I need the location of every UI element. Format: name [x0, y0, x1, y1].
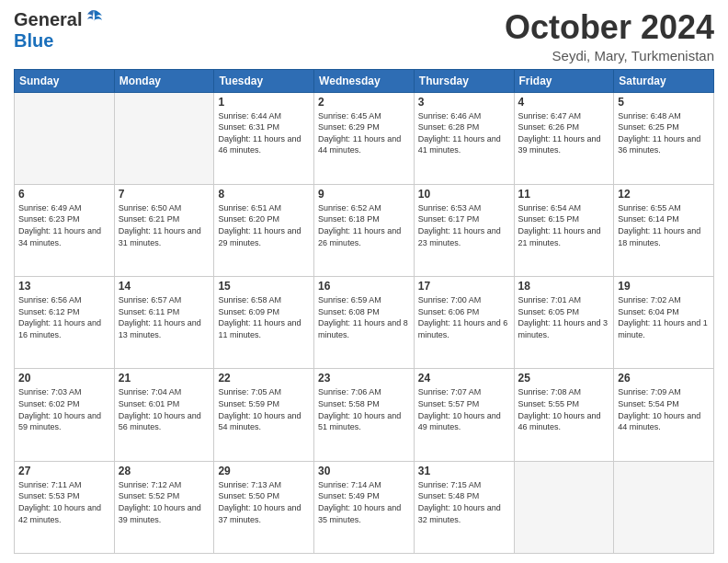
- day-info: Sunrise: 7:05 AM Sunset: 5:59 PM Dayligh…: [218, 386, 310, 432]
- table-row: 21Sunrise: 7:04 AM Sunset: 6:01 PM Dayli…: [114, 369, 214, 461]
- calendar-table: Sunday Monday Tuesday Wednesday Thursday…: [14, 69, 714, 554]
- day-number: 25: [518, 372, 610, 385]
- calendar-week-row: 20Sunrise: 7:03 AM Sunset: 6:02 PM Dayli…: [15, 369, 714, 461]
- day-number: 8: [218, 188, 310, 201]
- day-number: 16: [318, 280, 410, 293]
- day-info: Sunrise: 7:09 AM Sunset: 5:54 PM Dayligh…: [618, 386, 710, 432]
- calendar-week-row: 27Sunrise: 7:11 AM Sunset: 5:53 PM Dayli…: [15, 461, 714, 553]
- title-block: October 2024 Seydi, Mary, Turkmenistan: [505, 9, 714, 63]
- table-row: 22Sunrise: 7:05 AM Sunset: 5:59 PM Dayli…: [214, 369, 314, 461]
- logo-general-text: General: [14, 9, 82, 30]
- table-row: 31Sunrise: 7:15 AM Sunset: 5:48 PM Dayli…: [414, 461, 514, 553]
- day-number: 23: [318, 372, 410, 385]
- day-number: 9: [318, 188, 410, 201]
- day-info: Sunrise: 6:51 AM Sunset: 6:20 PM Dayligh…: [218, 202, 310, 248]
- table-row: 18Sunrise: 7:01 AM Sunset: 6:05 PM Dayli…: [514, 277, 614, 369]
- day-info: Sunrise: 6:56 AM Sunset: 6:12 PM Dayligh…: [18, 294, 110, 340]
- day-info: Sunrise: 7:15 AM Sunset: 5:48 PM Dayligh…: [418, 479, 510, 525]
- calendar-header-row: Sunday Monday Tuesday Wednesday Thursday…: [15, 69, 714, 92]
- col-thursday: Thursday: [414, 69, 514, 92]
- day-info: Sunrise: 6:55 AM Sunset: 6:14 PM Dayligh…: [618, 202, 710, 248]
- day-info: Sunrise: 7:06 AM Sunset: 5:58 PM Dayligh…: [318, 386, 410, 432]
- day-info: Sunrise: 7:04 AM Sunset: 6:01 PM Dayligh…: [119, 386, 210, 432]
- table-row: [514, 461, 614, 553]
- day-number: 27: [18, 465, 110, 477]
- day-number: 29: [218, 465, 310, 477]
- day-number: 7: [119, 188, 210, 201]
- day-info: Sunrise: 6:49 AM Sunset: 6:23 PM Dayligh…: [18, 202, 110, 248]
- table-row: 10Sunrise: 6:53 AM Sunset: 6:17 PM Dayli…: [414, 184, 514, 276]
- table-row: 29Sunrise: 7:13 AM Sunset: 5:50 PM Dayli…: [214, 461, 314, 553]
- day-number: 18: [518, 280, 610, 293]
- day-info: Sunrise: 6:54 AM Sunset: 6:15 PM Dayligh…: [518, 202, 610, 248]
- day-info: Sunrise: 6:45 AM Sunset: 6:29 PM Dayligh…: [318, 110, 410, 156]
- col-saturday: Saturday: [614, 69, 714, 92]
- table-row: 8Sunrise: 6:51 AM Sunset: 6:20 PM Daylig…: [214, 184, 314, 276]
- day-info: Sunrise: 6:48 AM Sunset: 6:25 PM Dayligh…: [618, 110, 710, 156]
- table-row: 11Sunrise: 6:54 AM Sunset: 6:15 PM Dayli…: [514, 184, 614, 276]
- day-number: 11: [518, 188, 610, 201]
- table-row: 5Sunrise: 6:48 AM Sunset: 6:25 PM Daylig…: [614, 92, 714, 184]
- day-number: 20: [18, 372, 110, 385]
- table-row: [114, 92, 214, 184]
- day-number: 12: [618, 188, 710, 201]
- day-number: 17: [418, 280, 510, 293]
- day-info: Sunrise: 7:13 AM Sunset: 5:50 PM Dayligh…: [218, 479, 310, 525]
- table-row: 20Sunrise: 7:03 AM Sunset: 6:02 PM Dayli…: [15, 369, 115, 461]
- day-number: 19: [618, 280, 710, 293]
- day-number: 1: [218, 96, 310, 109]
- table-row: [15, 92, 115, 184]
- month-title: October 2024: [505, 9, 714, 46]
- location: Seydi, Mary, Turkmenistan: [505, 48, 714, 63]
- day-number: 13: [18, 280, 110, 293]
- table-row: 17Sunrise: 7:00 AM Sunset: 6:06 PM Dayli…: [414, 277, 514, 369]
- table-row: 2Sunrise: 6:45 AM Sunset: 6:29 PM Daylig…: [314, 92, 415, 184]
- calendar-week-row: 6Sunrise: 6:49 AM Sunset: 6:23 PM Daylig…: [15, 184, 714, 276]
- logo-blue-text: Blue: [14, 30, 53, 52]
- table-row: 3Sunrise: 6:46 AM Sunset: 6:28 PM Daylig…: [414, 92, 514, 184]
- day-number: 15: [218, 280, 310, 293]
- table-row: 14Sunrise: 6:57 AM Sunset: 6:11 PM Dayli…: [114, 277, 214, 369]
- calendar-week-row: 1Sunrise: 6:44 AM Sunset: 6:31 PM Daylig…: [15, 92, 714, 184]
- logo-bird-icon: [84, 8, 104, 29]
- table-row: 19Sunrise: 7:02 AM Sunset: 6:04 PM Dayli…: [614, 277, 714, 369]
- day-info: Sunrise: 6:46 AM Sunset: 6:28 PM Dayligh…: [418, 110, 510, 156]
- table-row: 7Sunrise: 6:50 AM Sunset: 6:21 PM Daylig…: [114, 184, 214, 276]
- day-info: Sunrise: 6:57 AM Sunset: 6:11 PM Dayligh…: [119, 294, 210, 340]
- table-row: 9Sunrise: 6:52 AM Sunset: 6:18 PM Daylig…: [314, 184, 415, 276]
- table-row: 4Sunrise: 6:47 AM Sunset: 6:26 PM Daylig…: [514, 92, 614, 184]
- day-number: 21: [119, 372, 210, 385]
- col-wednesday: Wednesday: [314, 69, 415, 92]
- day-info: Sunrise: 6:52 AM Sunset: 6:18 PM Dayligh…: [318, 202, 410, 248]
- day-number: 24: [418, 372, 510, 385]
- day-number: 31: [418, 465, 510, 477]
- table-row: 27Sunrise: 7:11 AM Sunset: 5:53 PM Dayli…: [15, 461, 115, 553]
- day-number: 5: [618, 96, 710, 109]
- day-info: Sunrise: 7:14 AM Sunset: 5:49 PM Dayligh…: [318, 479, 410, 525]
- day-number: 22: [218, 372, 310, 385]
- day-info: Sunrise: 6:50 AM Sunset: 6:21 PM Dayligh…: [119, 202, 210, 248]
- day-number: 30: [318, 465, 410, 477]
- day-info: Sunrise: 7:03 AM Sunset: 6:02 PM Dayligh…: [18, 386, 110, 432]
- day-info: Sunrise: 7:00 AM Sunset: 6:06 PM Dayligh…: [418, 294, 510, 340]
- day-number: 2: [318, 96, 410, 109]
- col-monday: Monday: [114, 69, 214, 92]
- day-info: Sunrise: 6:53 AM Sunset: 6:17 PM Dayligh…: [418, 202, 510, 248]
- table-row: [614, 461, 714, 553]
- day-number: 14: [119, 280, 210, 293]
- day-number: 4: [518, 96, 610, 109]
- col-tuesday: Tuesday: [214, 69, 314, 92]
- day-number: 6: [18, 188, 110, 201]
- table-row: 28Sunrise: 7:12 AM Sunset: 5:52 PM Dayli…: [114, 461, 214, 553]
- day-number: 10: [418, 188, 510, 201]
- table-row: 16Sunrise: 6:59 AM Sunset: 6:08 PM Dayli…: [314, 277, 415, 369]
- table-row: 6Sunrise: 6:49 AM Sunset: 6:23 PM Daylig…: [15, 184, 115, 276]
- day-number: 28: [119, 465, 210, 477]
- day-info: Sunrise: 6:59 AM Sunset: 6:08 PM Dayligh…: [318, 294, 410, 340]
- table-row: 1Sunrise: 6:44 AM Sunset: 6:31 PM Daylig…: [214, 92, 314, 184]
- day-info: Sunrise: 6:58 AM Sunset: 6:09 PM Dayligh…: [218, 294, 310, 340]
- day-info: Sunrise: 6:47 AM Sunset: 6:26 PM Dayligh…: [518, 110, 610, 156]
- day-info: Sunrise: 7:01 AM Sunset: 6:05 PM Dayligh…: [518, 294, 610, 340]
- day-number: 26: [618, 372, 710, 385]
- day-info: Sunrise: 7:07 AM Sunset: 5:57 PM Dayligh…: [418, 386, 510, 432]
